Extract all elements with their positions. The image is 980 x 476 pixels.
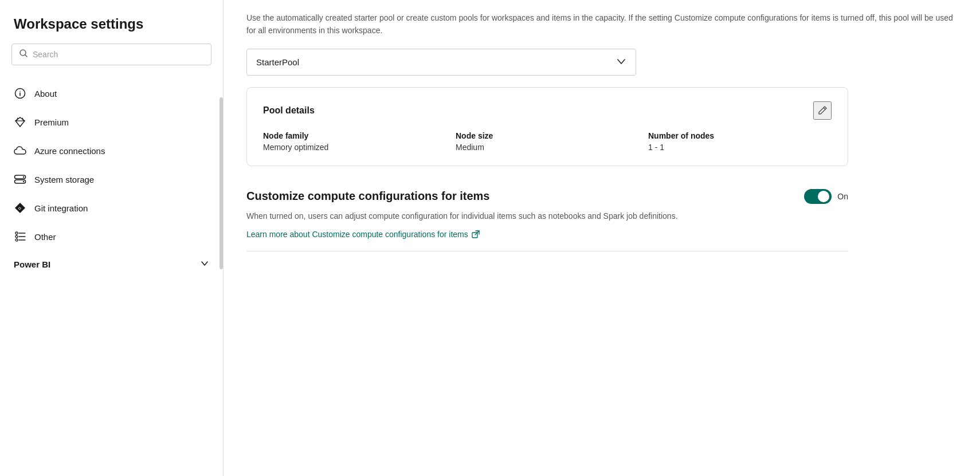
customize-toggle[interactable] <box>804 189 832 204</box>
svg-point-15 <box>15 232 18 234</box>
intro-text: Use the automatically created starter po… <box>246 0 957 37</box>
sidebar-item-premium[interactable]: Premium <box>0 108 223 136</box>
pool-detail-node-size-value: Medium <box>456 143 639 152</box>
learn-more-link[interactable]: Learn more about Customize compute confi… <box>246 230 480 239</box>
customize-title: Customize compute configurations for ite… <box>246 190 489 203</box>
search-icon <box>19 49 28 60</box>
storage-icon <box>14 173 26 186</box>
other-icon <box>14 230 26 243</box>
pool-dropdown[interactable]: StarterPool <box>246 49 636 76</box>
sidebar-nav: About Premium Azure connections <box>0 74 223 282</box>
bottom-divider <box>246 251 848 251</box>
svg-point-12 <box>23 181 24 182</box>
learn-more-link-text: Learn more about Customize compute confi… <box>246 230 468 239</box>
svg-marker-5 <box>15 117 25 127</box>
info-icon <box>14 87 26 100</box>
pool-details-grid: Node family Memory optimized Node size M… <box>263 131 832 152</box>
sidebar-item-git-integration-label: Git integration <box>34 203 88 213</box>
sidebar-item-other-label: Other <box>34 232 56 242</box>
pool-details-card: Pool details Node family Memory optimize… <box>246 87 848 166</box>
toggle-label: On <box>837 192 848 201</box>
sidebar: Workspace settings Search About <box>0 0 224 476</box>
sidebar-item-other[interactable]: Other <box>0 222 223 251</box>
search-box[interactable]: Search <box>11 44 211 65</box>
external-link-icon <box>472 230 480 238</box>
main-content: Use the automatically created starter po… <box>224 0 980 476</box>
pool-detail-node-family: Node family Memory optimized <box>263 131 446 152</box>
pool-detail-node-family-label: Node family <box>263 131 446 140</box>
svg-line-21 <box>824 108 825 109</box>
sidebar-item-azure-connections[interactable]: Azure connections <box>0 136 223 165</box>
customize-description: When turned on, users can adjust compute… <box>246 210 848 222</box>
chevron-down-icon <box>200 259 209 270</box>
search-placeholder: Search <box>33 50 58 59</box>
search-container: Search <box>0 44 223 74</box>
svg-point-17 <box>15 235 18 238</box>
customize-header: Customize compute configurations for ite… <box>246 189 848 204</box>
sidebar-item-system-storage-label: System storage <box>34 175 94 184</box>
svg-line-1 <box>25 55 28 57</box>
sidebar-item-git-integration[interactable]: ⋄ Git integration <box>0 194 223 222</box>
sidebar-item-about[interactable]: About <box>0 79 223 108</box>
customize-section: Customize compute configurations for ite… <box>246 189 848 251</box>
pool-detail-num-nodes: Number of nodes 1 - 1 <box>648 131 832 152</box>
pool-detail-node-size-label: Node size <box>456 131 639 140</box>
edit-pool-button[interactable] <box>813 101 832 120</box>
pool-details-title: Pool details <box>263 105 315 116</box>
sidebar-item-premium-label: Premium <box>34 117 69 127</box>
sidebar-item-azure-connections-label: Azure connections <box>34 146 105 156</box>
svg-point-4 <box>19 91 21 92</box>
pool-dropdown-selected: StarterPool <box>256 57 299 67</box>
sidebar-item-system-storage[interactable]: System storage <box>0 165 223 194</box>
toggle-track <box>804 189 832 204</box>
chevron-down-icon <box>616 56 626 68</box>
pool-detail-node-family-value: Memory optimized <box>263 143 446 152</box>
svg-point-19 <box>15 239 18 241</box>
sidebar-item-about-label: About <box>34 89 57 99</box>
sidebar-section-power-bi-label: Power BI <box>14 259 50 269</box>
pool-detail-node-size: Node size Medium <box>456 131 639 152</box>
page-title: Workspace settings <box>0 0 223 44</box>
svg-point-11 <box>23 176 24 178</box>
pool-details-header: Pool details <box>263 101 832 120</box>
customize-toggle-group: On <box>804 189 848 204</box>
git-icon: ⋄ <box>14 202 26 214</box>
diamond-icon <box>14 116 26 128</box>
pool-detail-num-nodes-value: 1 - 1 <box>648 143 832 152</box>
pool-detail-num-nodes-label: Number of nodes <box>648 131 832 140</box>
sidebar-section-power-bi[interactable]: Power BI <box>0 251 223 278</box>
svg-text:⋄: ⋄ <box>18 206 22 211</box>
toggle-thumb <box>818 191 829 202</box>
cloud-icon <box>14 144 26 157</box>
sidebar-scrollbar[interactable] <box>219 97 223 269</box>
